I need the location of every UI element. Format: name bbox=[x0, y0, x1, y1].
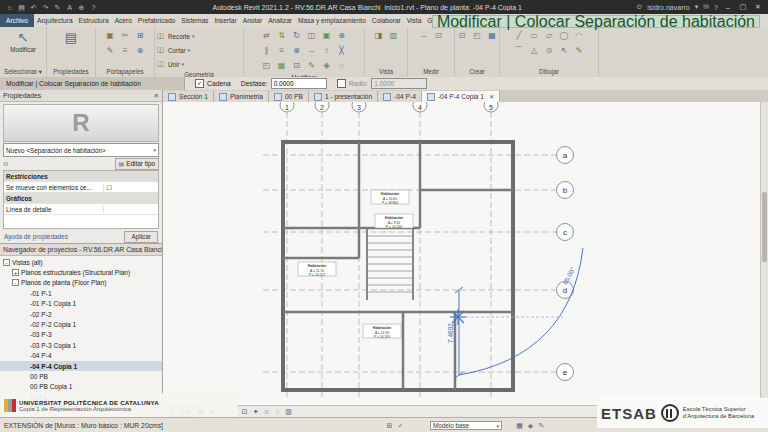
expander-icon[interactable] bbox=[21, 321, 28, 328]
clipboard-tool-icon[interactable]: ✎ bbox=[104, 45, 117, 57]
view-control-icon[interactable]: ⌂ bbox=[262, 407, 271, 416]
view-tab[interactable]: 1 - presentación bbox=[309, 91, 378, 102]
tree-item[interactable]: -04 P-4 Copia 1 bbox=[0, 361, 162, 371]
qat-icon[interactable]: ⊕ bbox=[77, 3, 86, 12]
drawing-area[interactable]: 1 2 3 4 5 a b c d e Habitación A = 10.65… bbox=[163, 102, 760, 405]
ribbon-tab[interactable]: Anotar bbox=[240, 14, 265, 27]
radius-checkbox[interactable] bbox=[337, 79, 346, 88]
draw-tool-icon[interactable]: ◠ bbox=[573, 30, 586, 42]
ribbon-tab[interactable]: Archivo bbox=[0, 14, 34, 27]
modify-tool-icon[interactable]: ≡ bbox=[275, 45, 288, 57]
view-tab[interactable]: Sección 1 bbox=[163, 91, 214, 102]
modify-tool-icon[interactable]: ◌ bbox=[335, 60, 348, 72]
expander-icon[interactable] bbox=[21, 342, 28, 349]
clipboard-tool-icon[interactable]: ⊕ bbox=[134, 45, 147, 57]
tree-item[interactable]: 00 PB Copia 1 bbox=[0, 382, 162, 392]
properties-button[interactable]: ▤ bbox=[53, 30, 89, 46]
ribbon-tab[interactable]: Colaborar bbox=[369, 14, 404, 27]
create-tool-icon[interactable]: ▦ bbox=[486, 30, 499, 42]
panel-label-medir[interactable]: Medir bbox=[408, 67, 454, 77]
modify-tool-icon[interactable]: ∥ bbox=[260, 45, 273, 57]
modify-tool-icon[interactable]: ╳ bbox=[335, 45, 348, 57]
close-icon[interactable]: ✕ bbox=[154, 92, 159, 100]
clipboard-tool-icon[interactable]: ✂ bbox=[119, 30, 132, 42]
close-button[interactable]: ✕ bbox=[753, 3, 763, 11]
property-row[interactable]: Línea de detalle bbox=[4, 204, 158, 215]
vertical-scrollbar[interactable] bbox=[760, 102, 768, 405]
view-tab[interactable]: -04 P-4 Copia 1 bbox=[422, 91, 500, 102]
modify-tool-icon[interactable]: ↔ bbox=[305, 45, 318, 57]
search-icon[interactable]: ⊙ bbox=[636, 3, 642, 11]
geometry-tool[interactable]: ◫ Unir bbox=[155, 58, 184, 70]
expander-icon[interactable] bbox=[21, 363, 28, 370]
create-tool-icon[interactable]: ◰ bbox=[471, 30, 484, 42]
status-icon[interactable]: ⊞ bbox=[385, 421, 394, 430]
geometry-tool[interactable]: ◫ Recorte bbox=[155, 30, 195, 42]
tree-item[interactable]: -01 P-1 bbox=[0, 288, 162, 298]
draw-tool-icon[interactable]: ⌒ bbox=[513, 45, 526, 57]
view-tab[interactable]: 00 PB bbox=[269, 91, 309, 102]
draw-tool-icon[interactable]: ↖ bbox=[558, 45, 571, 57]
view-tab[interactable]: Planimetria bbox=[214, 91, 269, 102]
draw-tool-icon[interactable]: ◯ bbox=[558, 30, 571, 42]
status-icon[interactable]: ✓ bbox=[396, 421, 405, 430]
modify-tool-icon[interactable]: ◈ bbox=[320, 60, 333, 72]
search-icon[interactable]: ⊙ bbox=[3, 160, 8, 168]
qat-icon[interactable]: A bbox=[65, 3, 74, 12]
clipboard-tool-icon[interactable]: ▣ bbox=[104, 30, 117, 42]
draw-tool-icon[interactable]: ✎ bbox=[573, 45, 586, 57]
tree-item[interactable]: -02 P-2 bbox=[0, 309, 162, 319]
tree-item[interactable]: -03 P-3 Copia 1 bbox=[0, 340, 162, 350]
draw-tool-icon[interactable]: ▱ bbox=[543, 30, 556, 42]
modify-tool-icon[interactable]: ▦ bbox=[275, 60, 288, 72]
expander-icon[interactable] bbox=[21, 331, 28, 338]
clipboard-tool-icon[interactable]: ⊞ bbox=[134, 30, 147, 42]
qat-icon[interactable]: ↷ bbox=[41, 3, 50, 12]
tree-item[interactable]: - Planos de planta (Floor Plan) bbox=[0, 278, 162, 288]
clipboard-tool-icon[interactable]: ≡ bbox=[119, 45, 132, 57]
panel-label-portapapeles[interactable]: Portapapeles bbox=[96, 67, 154, 77]
property-row[interactable]: Gráficos bbox=[4, 193, 158, 204]
measure-tool-icon[interactable]: ⊡ bbox=[432, 30, 445, 42]
chain-checkbox[interactable]: ✓ bbox=[195, 79, 204, 88]
view-control-icon[interactable]: ⊡ bbox=[240, 407, 249, 416]
tree-item[interactable]: -02 P-2 Copia 1 bbox=[0, 319, 162, 329]
panel-label-vista[interactable]: Vista bbox=[365, 67, 407, 77]
contextual-tab[interactable]: Modificar | Colocar Separación de habita… bbox=[432, 15, 760, 28]
expander-icon[interactable] bbox=[21, 373, 28, 380]
minimize-button[interactable]: – bbox=[723, 4, 733, 11]
modify-tool-icon[interactable]: ▣ bbox=[320, 30, 333, 42]
help-icon[interactable]: ? bbox=[714, 4, 718, 11]
modify-tool-icon[interactable]: ✎ bbox=[305, 60, 318, 72]
ribbon-tab[interactable]: Arquitectura bbox=[34, 14, 76, 27]
qat-icon[interactable]: ▤ bbox=[17, 3, 26, 12]
expander-icon[interactable] bbox=[21, 352, 28, 359]
property-row[interactable]: Restricciones bbox=[4, 171, 158, 182]
view-tab[interactable]: -04 P-4 bbox=[378, 91, 422, 102]
tree-item[interactable]: + Planos estructurales (Structural Plan) bbox=[0, 267, 162, 277]
panel-label-crear[interactable]: Crear bbox=[455, 67, 499, 77]
ribbon-tab[interactable]: Insertar bbox=[211, 14, 239, 27]
ribbon-tab[interactable]: Estructura bbox=[76, 14, 112, 27]
draw-tool-icon[interactable]: ⊙ bbox=[543, 45, 556, 57]
view-control-icon[interactable]: ✦ bbox=[251, 407, 260, 416]
tree-item[interactable]: - Vistas (all) bbox=[0, 257, 162, 267]
modify-tool-icon[interactable]: ⊗ bbox=[290, 45, 303, 57]
modify-tool-icon[interactable]: ⊕ bbox=[335, 30, 348, 42]
modify-button[interactable]: ↖ Modificar bbox=[5, 30, 41, 53]
qat-icon[interactable]: ✎ bbox=[53, 3, 62, 12]
expander-icon[interactable] bbox=[21, 300, 28, 307]
edit-type-button[interactable]: Editar tipo bbox=[115, 158, 159, 170]
design-option-select[interactable]: Modelo base bbox=[430, 421, 502, 430]
modify-tool-icon[interactable]: ⇄ bbox=[260, 30, 273, 42]
view-control-icon[interactable]: ▥ bbox=[284, 407, 293, 416]
tree-item[interactable]: -03 P-3 bbox=[0, 330, 162, 340]
view-control-icon[interactable]: ◌ bbox=[273, 407, 282, 416]
type-selector[interactable]: Nuevo <Separación de habitación> ▾ bbox=[3, 143, 159, 157]
expander-icon[interactable] bbox=[21, 311, 28, 318]
ribbon-tab[interactable]: Prefabricado bbox=[135, 14, 178, 27]
expander-icon[interactable]: - bbox=[12, 279, 19, 286]
qat-icon[interactable]: ? bbox=[89, 3, 98, 12]
draw-tool-icon[interactable]: △ bbox=[528, 45, 541, 57]
maximize-button[interactable]: ▢ bbox=[738, 3, 748, 11]
